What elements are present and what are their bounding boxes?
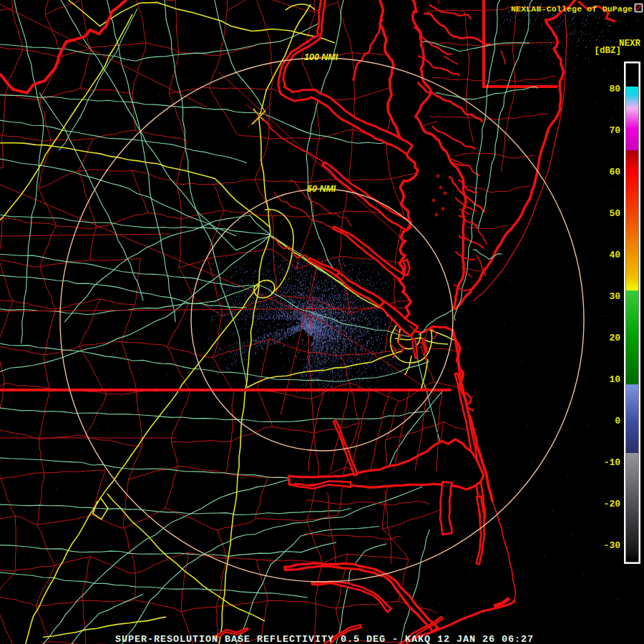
svg-text:70: 70 (609, 125, 620, 136)
svg-text:0: 0 (615, 416, 620, 426)
svg-text:50 NMI: 50 NMI (307, 184, 336, 194)
svg-text:[dBZ]: [dBZ] (594, 46, 621, 56)
svg-text:-10: -10 (604, 457, 621, 468)
svg-text:20: 20 (609, 333, 620, 343)
svg-text:80: 80 (609, 84, 620, 94)
svg-text:SUPER-RESOLUTION BASE REFLECTI: SUPER-RESOLUTION BASE REFLECTIVITY 0.5 D… (115, 634, 533, 644)
svg-text:-30: -30 (604, 540, 621, 551)
svg-text:NEXR: NEXR (619, 39, 641, 49)
svg-text:10: 10 (609, 374, 620, 385)
svg-text:-20: -20 (604, 499, 621, 509)
svg-text:40: 40 (609, 250, 620, 260)
svg-text:NEXLAB-College of DuPage: NEXLAB-College of DuPage (511, 4, 633, 14)
svg-text:60: 60 (609, 167, 620, 177)
svg-text:50: 50 (609, 208, 620, 219)
svg-text:100 NMI: 100 NMI (304, 52, 338, 62)
svg-text:30: 30 (609, 291, 620, 302)
